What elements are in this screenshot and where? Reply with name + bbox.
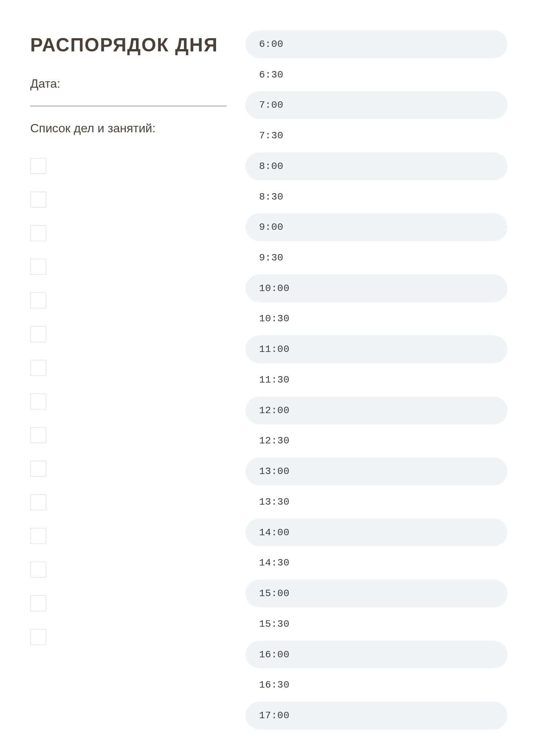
task-checkbox[interactable]	[30, 393, 46, 409]
time-slot[interactable]: 10:00	[245, 274, 508, 302]
time-slot[interactable]: 9:00	[245, 213, 508, 241]
time-label: 10:00	[259, 283, 290, 294]
time-label: 6:00	[259, 39, 283, 50]
divider	[30, 106, 227, 106]
task-checkbox[interactable]	[30, 562, 46, 578]
task-checkbox[interactable]	[30, 158, 46, 174]
time-label: 13:30	[259, 496, 290, 508]
time-slot[interactable]: 12:00	[245, 397, 508, 424]
time-label: 6:30	[259, 69, 283, 81]
time-label: 14:30	[259, 557, 290, 569]
time-label: 10:30	[259, 313, 290, 324]
time-slot[interactable]: 11:00	[245, 335, 508, 363]
time-slot[interactable]: 10:30	[245, 305, 508, 333]
date-label: Дата:	[30, 77, 227, 91]
checklist	[30, 158, 227, 645]
time-label: 11:00	[259, 344, 290, 355]
task-checkbox[interactable]	[30, 293, 46, 308]
task-checkbox[interactable]	[30, 259, 46, 275]
time-label: 11:30	[259, 374, 290, 386]
time-label: 12:00	[259, 405, 290, 416]
time-label: 7:30	[259, 130, 283, 141]
task-checkbox[interactable]	[30, 629, 46, 645]
task-checkbox[interactable]	[30, 192, 46, 208]
time-slot[interactable]: 8:30	[245, 183, 508, 211]
tasks-label: Список дел и занятий:	[30, 121, 227, 135]
time-label: 9:30	[259, 252, 283, 263]
time-label: 13:00	[259, 466, 290, 477]
task-checkbox[interactable]	[30, 427, 46, 443]
time-label: 7:00	[259, 99, 283, 111]
time-slot[interactable]: 13:00	[245, 457, 508, 485]
schedule-column: 6:006:307:007:308:008:309:009:3010:0010:…	[245, 30, 508, 730]
time-label: 9:00	[259, 222, 283, 233]
task-checkbox[interactable]	[30, 595, 46, 611]
time-slot[interactable]: 16:00	[245, 641, 508, 669]
time-slot[interactable]: 6:30	[245, 61, 508, 89]
time-label: 16:30	[259, 679, 290, 691]
page-title: РАСПОРЯДОК ДНЯ	[30, 34, 227, 56]
time-label: 16:00	[259, 649, 290, 660]
time-slot[interactable]: 12:30	[245, 427, 508, 455]
time-slot[interactable]: 14:00	[245, 519, 508, 547]
task-checkbox[interactable]	[30, 461, 46, 477]
time-slot[interactable]: 6:00	[245, 30, 508, 58]
time-slot[interactable]: 11:30	[245, 366, 508, 394]
time-slot[interactable]: 15:00	[245, 579, 508, 607]
time-slot[interactable]: 7:00	[245, 91, 508, 119]
time-slot[interactable]: 7:30	[245, 122, 508, 150]
time-slot[interactable]: 17:00	[245, 702, 508, 730]
time-slot[interactable]: 13:30	[245, 488, 508, 516]
task-checkbox[interactable]	[30, 326, 46, 342]
time-label: 17:00	[259, 710, 290, 721]
time-label: 14:00	[259, 527, 290, 538]
task-checkbox[interactable]	[30, 360, 46, 376]
time-label: 8:00	[259, 161, 283, 172]
time-label: 8:30	[259, 191, 283, 203]
time-label: 15:30	[259, 618, 290, 630]
task-checkbox[interactable]	[30, 225, 46, 241]
task-checkbox[interactable]	[30, 528, 46, 544]
time-slot[interactable]: 8:00	[245, 152, 508, 180]
time-slot[interactable]: 16:30	[245, 671, 508, 699]
time-label: 15:00	[259, 588, 290, 599]
task-checkbox[interactable]	[30, 494, 46, 510]
time-slot[interactable]: 14:30	[245, 549, 508, 577]
time-slot[interactable]: 15:30	[245, 610, 508, 638]
time-slot[interactable]: 9:30	[245, 244, 508, 272]
time-label: 12:30	[259, 435, 290, 446]
